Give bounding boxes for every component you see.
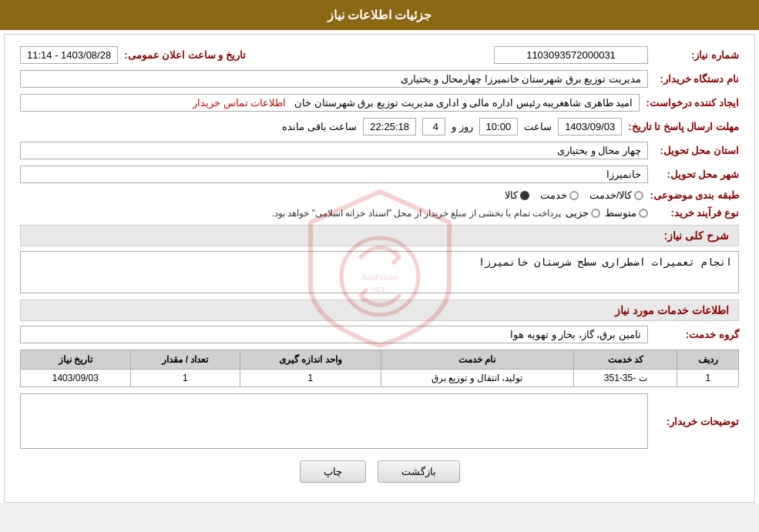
- buyer-comments-row: توضیحات خریدار:: [20, 393, 739, 449]
- deadline-time-label: ساعت: [524, 121, 552, 132]
- deadline-time: 10:00: [479, 118, 519, 136]
- cell-name: تولید، انتقال و توزیع برق: [381, 370, 573, 387]
- need-number-label: شماره نیاز:: [654, 49, 739, 61]
- col-name: نام خدمت: [381, 350, 573, 370]
- category-option-kala[interactable]: کالا: [505, 189, 529, 201]
- category-radio-group: کالا/خدمت خدمت کالا: [20, 189, 643, 201]
- purchase-inline-group: متوسط جزیی پرداخت تمام یا بخشی از مبلغ خ…: [20, 207, 648, 219]
- back-button[interactable]: بازگشت: [378, 460, 460, 483]
- deadline-days: 4: [422, 118, 445, 136]
- deadline-row: مهلت ارسال پاسخ تا تاریخ: 1403/09/03 ساع…: [20, 118, 739, 136]
- city-value: خانمیرزا: [20, 166, 648, 183]
- cell-code: ت -35-351: [573, 370, 677, 387]
- deadline-remaining: 22:25:18: [363, 118, 416, 136]
- cell-row: 1: [677, 370, 739, 387]
- service-group-label: گروه خدمت:: [654, 329, 739, 340]
- deadline-date: 1403/09/03: [558, 118, 622, 136]
- requester-label: ایجاد کننده درخواست:: [646, 97, 739, 109]
- need-desc-textarea[interactable]: [20, 251, 739, 293]
- service-group-value: تامین برق، گاز، بخار و تهویه هوا: [20, 326, 648, 343]
- table-header-row: ردیف کد خدمت نام خدمت واحد اندازه گیری ت…: [21, 350, 739, 370]
- page-title: جزئیات اطلاعات نیاز: [327, 8, 432, 22]
- purchase-label-jozii: جزیی: [566, 207, 589, 219]
- contact-info-link[interactable]: اطلاعات تماس خریدار: [193, 97, 286, 109]
- col-row: ردیف: [677, 350, 739, 370]
- need-number-value: 1103093572000031: [494, 46, 648, 64]
- button-row: بازگشت چاپ: [20, 460, 739, 483]
- purchase-option-jozii[interactable]: جزیی: [566, 207, 600, 219]
- radio-motavasset: [639, 209, 648, 218]
- category-option-khedmat[interactable]: خدمت: [540, 189, 579, 201]
- service-group-row: گروه خدمت: تامین برق، گاز، بخار و تهویه …: [20, 326, 739, 343]
- col-unit: واحد اندازه گیری: [240, 350, 381, 370]
- cell-quantity: 1: [130, 370, 240, 387]
- buyer-org-row: نام دستگاه خریدار: مدیریت توزیع برق شهرس…: [20, 70, 739, 88]
- page-container: جزئیات اطلاعات نیاز AnaFender .NET شماره…: [0, 0, 759, 503]
- purchase-note: پرداخت تمام یا بخشی از مبلغ خریدار از مح…: [272, 208, 561, 219]
- deadline-days-label: روز و: [452, 121, 473, 132]
- public-announce-label: تاریخ و ساعت اعلان عمومی:: [124, 49, 246, 61]
- category-label-kala: کالا: [505, 189, 518, 201]
- requester-row: ایجاد کننده درخواست: امید طاهری شاهغریبه…: [20, 94, 739, 112]
- category-row: طبقه بندی موضوعی: کالا/خدمت خدمت کالا: [20, 189, 739, 201]
- page-header: جزئیات اطلاعات نیاز: [0, 0, 759, 30]
- main-content: AnaFender .NET شماره نیاز: 1103093572000…: [4, 34, 755, 503]
- province-label: استان محل تحویل:: [654, 145, 739, 156]
- need-number-row: شماره نیاز: 1103093572000031 تاریخ و ساع…: [20, 46, 739, 64]
- cell-unit: 1: [240, 370, 381, 387]
- services-table: ردیف کد خدمت نام خدمت واحد اندازه گیری ت…: [20, 350, 739, 387]
- col-code: کد خدمت: [573, 350, 677, 370]
- category-label: طبقه بندی موضوعی:: [650, 189, 739, 201]
- purchase-label-motavasset: متوسط: [605, 207, 636, 219]
- purchase-type-row: نوع فرآیند خرید: متوسط جزیی پرداخت تمام …: [20, 207, 739, 219]
- province-value: چهار محال و بختیاری: [20, 142, 648, 159]
- need-desc-section-label: شرح کلی نیاز:: [20, 225, 739, 246]
- requester-value: امید طاهری شاهغریبه رئیس اداره مالی و اد…: [20, 94, 640, 112]
- category-label-kala-khedmat: کالا/خدمت: [589, 189, 633, 201]
- city-row: شهر محل تحویل: خانمیرزا: [20, 166, 739, 183]
- public-announce-value: 1403/08/28 - 11:14: [20, 46, 118, 64]
- cell-date: 1403/09/03: [21, 370, 131, 387]
- need-desc-row: [20, 251, 739, 293]
- buyer-comments-label: توضیحات خریدار:: [654, 416, 739, 427]
- buyer-comments-textarea[interactable]: [20, 393, 648, 449]
- category-option-kala-khedmat[interactable]: کالا/خدمت: [589, 189, 644, 201]
- purchase-option-motavasset[interactable]: متوسط: [605, 207, 648, 219]
- buyer-org-value: مدیریت توزیع برق شهرستان خانمیرزا چهارمح…: [20, 70, 648, 88]
- print-button[interactable]: چاپ: [300, 460, 366, 483]
- purchase-type-label: نوع فرآیند خرید:: [654, 207, 739, 219]
- radio-kala: [520, 191, 529, 200]
- radio-khedmat: [569, 191, 579, 200]
- col-date: تاریخ نیاز: [21, 350, 131, 370]
- city-label: شهر محل تحویل:: [654, 169, 739, 180]
- col-quantity: تعداد / مقدار: [130, 350, 240, 370]
- radio-jozii: [591, 209, 600, 218]
- deadline-label: مهلت ارسال پاسخ تا تاریخ:: [628, 121, 739, 132]
- table-row: 1ت -35-351تولید، انتقال و توزیع برق11140…: [21, 370, 739, 387]
- services-section-label: اطلاعات خدمات مورد نیاز: [20, 299, 739, 321]
- province-row: استان محل تحویل: چهار محال و بختیاری: [20, 142, 739, 159]
- category-label-khedmat: خدمت: [540, 189, 567, 201]
- buyer-org-label: نام دستگاه خریدار:: [654, 73, 739, 85]
- radio-kala-khedmat: [634, 191, 643, 200]
- deadline-remaining-label: ساعت باقی مانده: [282, 121, 357, 132]
